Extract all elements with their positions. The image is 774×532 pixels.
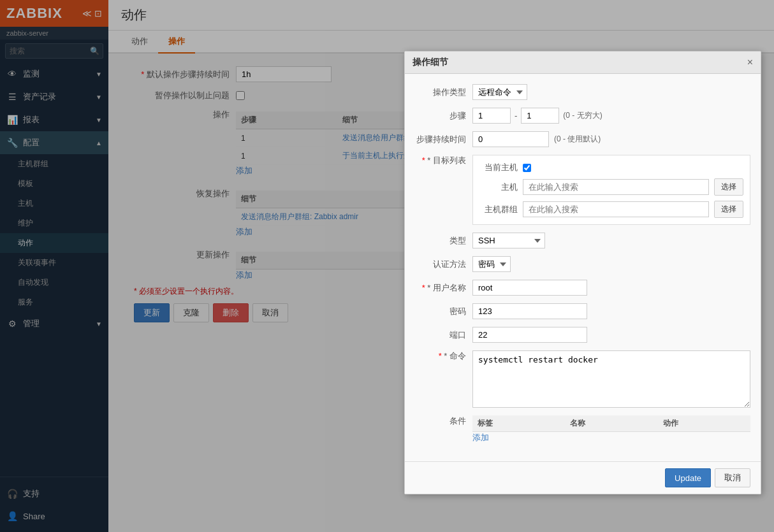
modal-conditions-label: 条件 xyxy=(415,415,472,427)
modal-duration-label: 步骤持续时间 xyxy=(415,134,472,145)
modal-target-label: * * 目标列表 xyxy=(415,155,472,166)
modal-username-label: * * 用户名称 xyxy=(415,282,472,294)
modal-duration-row: 步骤持续时间 (0 - 使用默认) xyxy=(415,131,750,147)
modal-password-row: 密码 xyxy=(415,303,750,319)
modal-port-label: 端口 xyxy=(415,329,472,341)
modal-type-field-row: 类型 SSH Telnet Custom script IPMI xyxy=(415,233,750,248)
modal-title: 操作细节 xyxy=(413,57,448,68)
modal-target-row: * * 目标列表 当前主机 主机 选择 主机群组 选择 xyxy=(415,155,750,225)
step-from-input[interactable] xyxy=(472,108,511,124)
modal-dialog: 操作细节 × 操作类型 远程命令 发送消息 步骤 - (0 - 无穷大) xyxy=(404,51,761,494)
modal-auth-row: 认证方法 密码 公钥 xyxy=(415,256,750,272)
conditions-col-tag: 标签 xyxy=(472,415,565,432)
modal-update-button[interactable]: Update xyxy=(665,468,711,487)
host-search-input[interactable] xyxy=(523,179,709,195)
modal-username-row: * * 用户名称 xyxy=(415,280,750,296)
step-range-hint: (0 - 无穷大) xyxy=(563,110,602,121)
hostgroup-select-button[interactable]: 选择 xyxy=(714,201,743,218)
modal-header: 操作细节 × xyxy=(405,52,761,74)
modal-overlay: 操作细节 × 操作类型 远程命令 发送消息 步骤 - (0 - 无穷大) xyxy=(0,0,774,532)
host-label: 主机 xyxy=(479,182,518,193)
duration-hint: (0 - 使用默认) xyxy=(554,134,601,145)
modal-body: 操作类型 远程命令 发送消息 步骤 - (0 - 无穷大) 步骤持续时间 xyxy=(405,74,761,461)
current-host-row: 当前主机 xyxy=(479,162,743,173)
modal-command-input[interactable]: systemctl restart docker xyxy=(472,350,750,408)
modal-auth-select[interactable]: 密码 公钥 xyxy=(472,256,511,272)
modal-footer: Update 取消 xyxy=(405,461,761,494)
conditions-col-action: 动作 xyxy=(658,415,750,432)
hostgroup-row: 主机群组 选择 xyxy=(479,201,743,218)
modal-duration-input[interactable] xyxy=(472,131,549,147)
modal-username-input[interactable] xyxy=(472,280,587,296)
modal-steps-label: 步骤 xyxy=(415,110,472,122)
modal-port-row: 端口 xyxy=(415,327,750,343)
modal-password-input[interactable] xyxy=(472,303,587,319)
conditions-table: 标签 名称 动作 xyxy=(472,415,750,432)
modal-type-row: 操作类型 远程命令 发送消息 xyxy=(415,84,750,100)
step-inputs: - (0 - 无穷大) xyxy=(472,108,602,124)
modal-type-select[interactable]: 远程命令 发送消息 xyxy=(472,84,527,100)
modal-password-label: 密码 xyxy=(415,306,472,317)
modal-steps-row: 步骤 - (0 - 无穷大) xyxy=(415,108,750,124)
modal-command-label: * * 命令 xyxy=(415,350,472,362)
modal-conditions-row: 条件 标签 名称 动作 添加 xyxy=(415,415,750,443)
step-to-input[interactable] xyxy=(521,108,559,124)
host-select-button[interactable]: 选择 xyxy=(714,178,743,196)
modal-port-input[interactable] xyxy=(472,327,587,343)
modal-close-button[interactable]: × xyxy=(747,57,753,68)
modal-auth-label: 认证方法 xyxy=(415,259,472,270)
modal-type-field-label: 类型 xyxy=(415,235,472,247)
modal-command-row: * * 命令 systemctl restart docker xyxy=(415,350,750,408)
hostgroup-label: 主机群组 xyxy=(479,204,518,215)
modal-type-field-select[interactable]: SSH Telnet Custom script IPMI xyxy=(472,233,545,248)
current-host-checkbox[interactable] xyxy=(523,164,531,172)
conditions-col-name: 名称 xyxy=(565,415,657,432)
modal-cancel-button[interactable]: 取消 xyxy=(715,468,750,487)
target-section: 当前主机 主机 选择 主机群组 选择 xyxy=(472,155,750,225)
current-host-label: 当前主机 xyxy=(479,162,518,173)
host-row: 主机 选择 xyxy=(479,178,743,196)
hostgroup-search-input[interactable] xyxy=(523,201,709,217)
modal-type-label: 操作类型 xyxy=(415,87,472,98)
conditions-add-link[interactable]: 添加 xyxy=(472,433,489,442)
